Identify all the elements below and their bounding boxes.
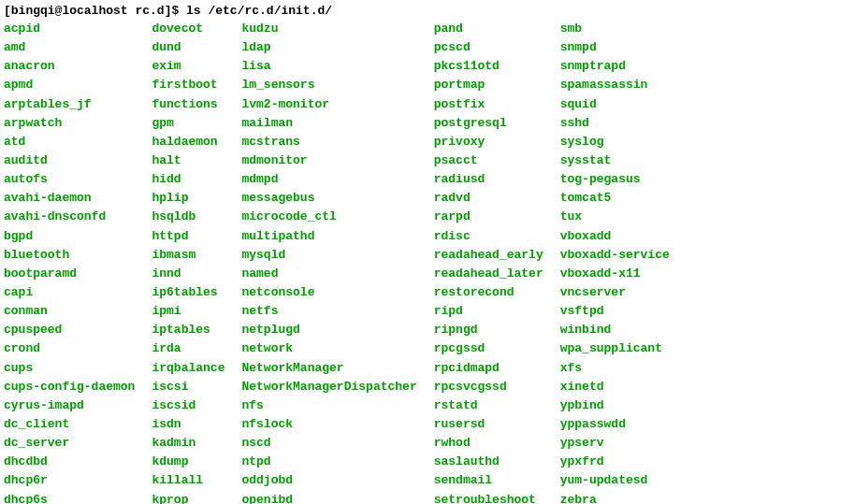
file-entry: kadmin xyxy=(152,434,225,453)
shell-prompt: [bingqi@localhost rc.d]$ ls /etc/rc.d/in… xyxy=(4,4,851,18)
file-entry: readahead_later xyxy=(434,265,543,283)
file-entry: squid xyxy=(560,95,670,114)
file-entry: named xyxy=(241,265,416,283)
file-entry: pand xyxy=(434,20,543,38)
file-entry: restorecond xyxy=(434,283,543,302)
file-entry: hidd xyxy=(152,170,225,189)
file-entry: postgresql xyxy=(434,114,543,133)
file-entry: kprop xyxy=(152,491,225,504)
file-entry: innd xyxy=(152,265,225,283)
file-entry: kdump xyxy=(152,453,225,471)
file-entry: psacct xyxy=(434,151,543,170)
file-entry: vsftpd xyxy=(560,302,670,321)
column-1: dovecotdundeximfirstbootfunctionsgpmhald… xyxy=(152,20,225,504)
file-entry: radiusd xyxy=(434,170,543,189)
file-entry: ldap xyxy=(241,38,416,57)
file-entry: ypbind xyxy=(560,396,670,415)
file-entry: gpm xyxy=(152,114,225,133)
file-entry: halt xyxy=(152,151,225,170)
file-entry: arpwatch xyxy=(4,114,135,133)
file-entry: auditd xyxy=(4,151,135,170)
file-entry: ipmi xyxy=(152,302,225,321)
file-entry: radvd xyxy=(434,189,543,208)
file-entry: postfix xyxy=(434,95,543,114)
file-entry: firstboot xyxy=(152,76,225,94)
file-entry: mdmonitor xyxy=(241,151,416,170)
file-entry: oddjobd xyxy=(241,471,416,490)
file-entry: iptables xyxy=(152,321,225,339)
file-entry: lm_sensors xyxy=(241,76,416,94)
file-entry: tomcat5 xyxy=(560,189,670,208)
file-entry: tog-pegasus xyxy=(560,170,670,189)
file-entry: iscsi xyxy=(152,378,225,396)
file-entry: dovecot xyxy=(152,20,225,38)
file-entry: dc_client xyxy=(4,415,135,434)
file-entry: netfs xyxy=(241,302,416,321)
file-entry: irqbalance xyxy=(152,359,225,378)
file-entry: readahead_early xyxy=(434,246,543,265)
file-entry: dhcp6r xyxy=(4,471,135,490)
file-entry: crond xyxy=(4,339,135,358)
file-entry: kudzu xyxy=(241,20,416,38)
file-entry: ripngd xyxy=(434,321,543,339)
file-entry: cpuspeed xyxy=(4,321,135,339)
file-entry: multipathd xyxy=(241,227,416,246)
file-entry: xfs xyxy=(560,359,670,378)
file-entry: amd xyxy=(4,38,135,57)
file-entry: ibmasm xyxy=(152,246,225,265)
file-entry: mdmpd xyxy=(241,170,416,189)
file-entry: privoxy xyxy=(434,133,543,151)
file-entry: apmd xyxy=(4,76,135,94)
file-entry: killall xyxy=(152,471,225,490)
file-entry: conman xyxy=(4,302,135,321)
file-entry: rpcsvcgssd xyxy=(434,378,543,396)
file-entry: cups-config-daemon xyxy=(4,378,135,396)
file-entry: lvm2-monitor xyxy=(241,95,416,114)
file-entry: sendmail xyxy=(434,471,543,490)
file-entry: rarpd xyxy=(434,208,543,226)
file-entry: dhcp6s xyxy=(4,491,135,504)
file-entry: rstatd xyxy=(434,396,543,415)
file-entry: cups xyxy=(4,359,135,378)
file-entry: spamassassin xyxy=(560,76,670,94)
file-entry: yum-updatesd xyxy=(560,471,670,490)
file-entry: openibd xyxy=(241,491,416,504)
file-entry: portmap xyxy=(434,76,543,94)
file-entry: wpa_supplicant xyxy=(560,339,670,358)
file-entry: cyrus-imapd xyxy=(4,396,135,415)
file-entry: acpid xyxy=(4,20,135,38)
column-2: kudzuldaplisalm_sensorslvm2-monitormailm… xyxy=(241,20,416,504)
column-3: pandpcscdpkcs11otdportmappostfixpostgres… xyxy=(434,20,543,504)
file-entry: rpcidmapd xyxy=(434,359,543,378)
file-entry: irda xyxy=(152,339,225,358)
file-entry: iscsid xyxy=(152,396,225,415)
file-entry: bgpd xyxy=(4,227,135,246)
file-entry: netconsole xyxy=(241,283,416,302)
file-entry: hsqldb xyxy=(152,208,225,226)
file-entry: arptables_jf xyxy=(4,95,135,114)
file-entry: saslauthd xyxy=(434,453,543,471)
file-entry: xinetd xyxy=(560,378,670,396)
file-entry: capi xyxy=(4,283,135,302)
file-entry: bluetooth xyxy=(4,246,135,265)
file-entry: bootparamd xyxy=(4,265,135,283)
file-entry: NetworkManager xyxy=(241,359,416,378)
file-entry: sysstat xyxy=(560,151,670,170)
file-entry: vncserver xyxy=(560,283,670,302)
file-entry: avahi-dnsconfd xyxy=(4,208,135,226)
file-entry: mailman xyxy=(241,114,416,133)
file-entry: vboxadd xyxy=(560,227,670,246)
file-entry: vboxadd-service xyxy=(560,246,670,265)
file-entry: rwhod xyxy=(434,434,543,453)
file-entry: netplugd xyxy=(241,321,416,339)
file-entry: ntpd xyxy=(241,453,416,471)
file-entry: nscd xyxy=(241,434,416,453)
column-4: smbsnmpdsnmptrapdspamassassinsquidsshdsy… xyxy=(560,20,670,504)
file-entry: sshd xyxy=(560,114,670,133)
file-entry: functions xyxy=(152,95,225,114)
file-entry: nfslock xyxy=(241,415,416,434)
file-entry: mcstrans xyxy=(241,133,416,151)
file-entry: isdn xyxy=(152,415,225,434)
file-entry: snmpd xyxy=(560,38,670,57)
file-entry: anacron xyxy=(4,57,135,76)
